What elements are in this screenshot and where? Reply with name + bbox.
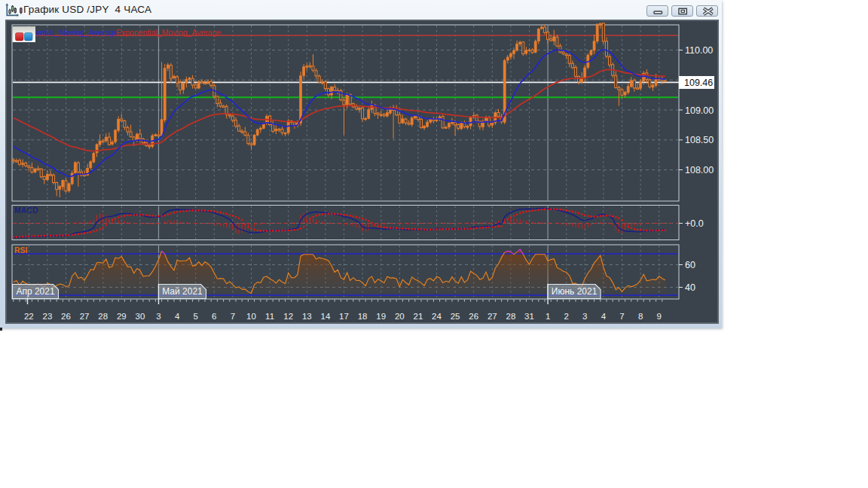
svg-text:108.00: 108.00 xyxy=(685,165,714,175)
svg-text:26: 26 xyxy=(61,312,71,321)
svg-text:20: 20 xyxy=(395,312,405,321)
svg-text:18: 18 xyxy=(358,312,368,321)
svg-text:3: 3 xyxy=(156,312,160,321)
svg-text:ential_Moving_Average: ential_Moving_Average xyxy=(35,28,118,37)
svg-text:Май 2021: Май 2021 xyxy=(162,286,203,297)
svg-text:108.50: 108.50 xyxy=(685,135,714,145)
svg-text:5: 5 xyxy=(193,312,197,321)
svg-text:25: 25 xyxy=(451,312,460,321)
svg-text:110.00: 110.00 xyxy=(685,45,713,56)
svg-text:2: 2 xyxy=(564,312,568,321)
svg-text:+0.0: +0.0 xyxy=(685,218,704,229)
svg-text:27: 27 xyxy=(487,312,497,321)
svg-text:22: 22 xyxy=(24,312,34,321)
svg-text:RSI: RSI xyxy=(14,246,28,255)
svg-text:4: 4 xyxy=(601,312,607,321)
svg-text:13: 13 xyxy=(302,312,312,321)
svg-text:7: 7 xyxy=(619,312,624,321)
svg-text:23: 23 xyxy=(43,312,53,321)
svg-text:9: 9 xyxy=(656,312,661,321)
svg-text:1: 1 xyxy=(546,312,550,321)
svg-text:14: 14 xyxy=(321,312,331,321)
svg-text:Апр 2021: Апр 2021 xyxy=(16,286,55,297)
svg-text:7: 7 xyxy=(231,312,235,321)
svg-text:21: 21 xyxy=(414,312,423,321)
svg-text:3: 3 xyxy=(582,312,587,321)
svg-text:6: 6 xyxy=(212,312,216,321)
svg-text:19: 19 xyxy=(376,312,386,321)
svg-text:109.46: 109.46 xyxy=(684,78,713,88)
svg-text:60: 60 xyxy=(685,260,695,270)
svg-text:12: 12 xyxy=(283,312,293,321)
svg-text:MACD: MACD xyxy=(14,206,38,215)
svg-text:Июнь 2021: Июнь 2021 xyxy=(552,286,598,297)
svg-text:24: 24 xyxy=(432,312,442,321)
svg-text:40: 40 xyxy=(685,282,695,293)
svg-text:26: 26 xyxy=(469,312,478,321)
svg-text:30: 30 xyxy=(136,312,145,321)
svg-text:28: 28 xyxy=(506,312,516,321)
svg-text:29: 29 xyxy=(117,312,127,321)
svg-text:4: 4 xyxy=(175,312,180,321)
svg-text:10: 10 xyxy=(246,312,256,321)
svg-text:11: 11 xyxy=(265,312,274,321)
svg-text:Exponential_Moving_Average: Exponential_Moving_Average xyxy=(116,28,221,37)
svg-text:31: 31 xyxy=(524,312,534,321)
svg-text:28: 28 xyxy=(98,312,108,321)
svg-text:8: 8 xyxy=(638,312,643,321)
svg-text:27: 27 xyxy=(80,312,90,321)
svg-text:17: 17 xyxy=(339,312,349,321)
svg-text:109.00: 109.00 xyxy=(685,105,714,116)
